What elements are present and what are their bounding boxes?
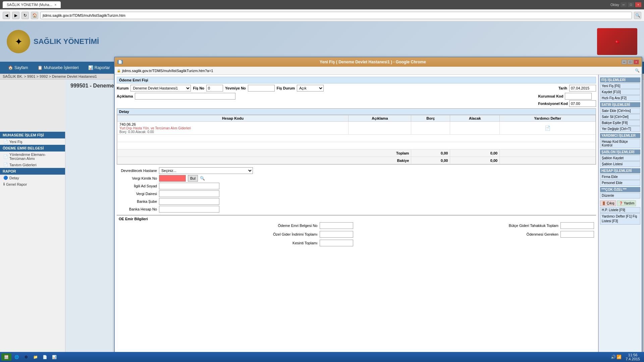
ozel-gider-input[interactable] bbox=[320, 231, 353, 238]
butce-gideri-input[interactable] bbox=[560, 222, 594, 229]
yardim-btn[interactable]: ❓ Yardım bbox=[617, 200, 636, 206]
banka-sube-input[interactable] bbox=[159, 198, 219, 205]
sidebar-yeni-fis[interactable]: 📄 Yeni Fiş bbox=[0, 138, 65, 145]
sidebar-yonlendirme[interactable]: 📄 Yönlendirme Elemanı-Tercüman Alımı bbox=[0, 152, 65, 162]
kurumsal-kod-input[interactable] bbox=[565, 93, 592, 100]
bul-btn[interactable]: Bul bbox=[188, 175, 198, 182]
fis-no-label: Fiş No bbox=[193, 86, 204, 90]
browser-tab[interactable]: SAĞLIK YÖNETİM (Muha... × bbox=[3, 1, 61, 8]
taskbar-settings-icon[interactable]: ⚙ bbox=[22, 353, 30, 361]
popup-maximize-btn[interactable]: □ bbox=[628, 60, 633, 64]
popup-close-btn[interactable]: × bbox=[634, 60, 639, 64]
detail-table: Hesap Kodu Açıklama Borç Alacak Yardımcı… bbox=[117, 115, 596, 164]
cok-ozel-title: ***ÇOK ÖZEL*** bbox=[600, 187, 640, 192]
taskbar-powerpoint-icon[interactable]: 📊 bbox=[50, 353, 58, 361]
taskbar: 🪟 🌐 ⚙ 📁 📄 📊 🔊 📶 11:56 7.4.2015 bbox=[0, 352, 644, 362]
satir-ekle-btn[interactable]: Satır Ekle [Ctrl+Ins] bbox=[600, 108, 640, 114]
network-icon: 📶 bbox=[616, 355, 622, 359]
popup-title-text: Yeni Fiş ( Deneme Devlet Hastanesi1 ) - … bbox=[124, 60, 622, 64]
nav-sayfam[interactable]: 🏠 Sayfam bbox=[3, 63, 33, 72]
yer-degistir-btn[interactable]: Yer Değiştir [Ctrl+T] bbox=[600, 126, 640, 132]
bul-search-icon[interactable]: 🔍 bbox=[200, 176, 205, 181]
taskbar-acrobat-icon[interactable]: 📄 bbox=[41, 353, 49, 361]
logo: ✦ bbox=[7, 30, 30, 53]
popup-title-buttons: ─ □ × bbox=[622, 60, 639, 64]
kesinti-toplami-label: Kesinti Toplamı bbox=[119, 241, 318, 245]
start-button[interactable]: 🪟 bbox=[1, 353, 11, 361]
detay-icon: 🔵 bbox=[3, 176, 8, 180]
hesap-islemleri-title: HESAP İŞLEMLERİ bbox=[600, 168, 640, 173]
odeme-emri-belgesi-input[interactable] bbox=[320, 222, 353, 229]
aciklama-input[interactable] bbox=[135, 93, 235, 100]
browser-close[interactable]: × bbox=[635, 2, 641, 7]
sidebar-genel-rapor[interactable]: ℹ Genel Rapor bbox=[0, 181, 65, 187]
nav-forward[interactable]: ▶ bbox=[12, 12, 19, 19]
yevmiye-no-input[interactable] bbox=[248, 85, 275, 92]
devredilecek-label: Devredilecek Hastane bbox=[117, 169, 157, 173]
account-desc: Yurt Dışı Hasta Yön. ve Tercüman Alım Gi… bbox=[119, 126, 346, 130]
browser-maximize[interactable]: □ bbox=[628, 2, 634, 7]
taskbar-folder-icon[interactable]: 📁 bbox=[32, 353, 40, 361]
genel-rapor-icon: ℹ bbox=[3, 182, 5, 186]
kurum-select[interactable]: Deneme Devlet Hastanesi1 bbox=[130, 85, 191, 92]
hesap-kod-butce-btn[interactable]: Hesap Kod Bütçe Kontrol bbox=[600, 139, 640, 148]
sablon-kaydet-btn[interactable]: Şablon Kaydet bbox=[600, 155, 640, 161]
kesinti-toplami-input[interactable] bbox=[320, 240, 353, 246]
nav-home[interactable]: 🏠 bbox=[31, 12, 38, 19]
yardimci-defter-icon[interactable]: 📄 bbox=[545, 125, 550, 131]
browser-titlebar: SAĞLIK YÖNETİM (Muha... × Oktay ─ □ × bbox=[0, 0, 644, 9]
hizli-fis-ara-btn[interactable]: Hızlı Fiş Ara [F2] bbox=[600, 95, 640, 101]
sablon-listesi-btn[interactable]: Şablon Listesi bbox=[600, 161, 640, 167]
tarih-input[interactable] bbox=[569, 85, 596, 92]
nav-raporlar[interactable]: 📊 Raporlar bbox=[84, 63, 115, 72]
bakiye-esitle-btn[interactable]: Bakiye Eşitle [F8] bbox=[600, 120, 640, 126]
devredilecek-hastane-select[interactable]: Seçiniz... bbox=[159, 167, 253, 174]
taskbar-ie-icon[interactable]: 🌐 bbox=[13, 353, 21, 361]
vergi-dairesi-input[interactable] bbox=[159, 190, 219, 197]
banka-hesap-input[interactable] bbox=[159, 206, 219, 213]
fis-no-input[interactable] bbox=[206, 85, 223, 92]
kaydet-btn[interactable]: Kaydet [F10] bbox=[600, 89, 640, 95]
popup-minimize-btn[interactable]: ─ bbox=[622, 60, 627, 64]
address-bar[interactable] bbox=[40, 12, 632, 19]
nav-reload[interactable]: ↻ bbox=[21, 12, 29, 19]
nav-search[interactable]: 🔍 bbox=[634, 12, 641, 19]
satir-sil-btn[interactable]: Satır Sil [Ctrl+Del] bbox=[600, 114, 640, 120]
bottom-form: Devredilecek Hastane Seçiniz... Vergi Ki… bbox=[117, 166, 596, 215]
hp-listele-btn[interactable]: H.P. Listele [F9] bbox=[600, 207, 640, 213]
sidebar-section-muhasebe: MUHASEBE İŞLEM FİŞİ bbox=[0, 132, 65, 138]
cikis-btn[interactable]: 🚪 Çıkış bbox=[600, 200, 616, 206]
nav-muhasebe[interactable]: 📋 Muhasebe İşlemleri bbox=[33, 63, 84, 72]
vergi-kimlik-label: Vergi Kimlik No bbox=[117, 176, 157, 180]
firma-ekle-btn[interactable]: Firma Ekle bbox=[600, 174, 640, 180]
odenmesi-gereken-input[interactable] bbox=[560, 231, 594, 238]
tab-close-btn[interactable]: × bbox=[54, 3, 56, 7]
raporlar-icon: 📊 bbox=[88, 65, 93, 70]
personel-ekle-btn[interactable]: Personel Ekle bbox=[600, 180, 640, 186]
vergi-kimlik-input[interactable] bbox=[159, 175, 186, 182]
empty-row-1 bbox=[117, 135, 596, 142]
fonksiyonel-kod-input[interactable] bbox=[569, 100, 596, 107]
sidebar-section-odeme: ÖDEME EMRİ BELGESİ bbox=[0, 145, 65, 152]
banka-sube-label: Banka Şube bbox=[117, 199, 157, 203]
right-panel: FİŞ İŞLEMLERİ Yeni Fiş [F6] Kaydet [F10]… bbox=[598, 75, 642, 358]
popup-titlebar: 📄 Yeni Fiş ( Deneme Devlet Hastanesi1 ) … bbox=[115, 57, 642, 67]
yeni-fis-btn[interactable]: Yeni Fiş [F6] bbox=[600, 83, 640, 89]
ilgili-ad-soyad-input[interactable] bbox=[159, 183, 219, 189]
duzenle-btn[interactable]: Düzenle bbox=[600, 193, 640, 198]
oe-title: OE Emir Bilgileri bbox=[119, 217, 594, 221]
yardimci-defter-btn[interactable]: Yardımcı Defter [F1] Fiş Listesi [F3] bbox=[600, 213, 640, 225]
alacak-cell bbox=[450, 122, 500, 135]
bakiye-alacak: 0,00 bbox=[450, 157, 500, 164]
sidebar-detay[interactable]: 🔵 Detay bbox=[0, 175, 65, 181]
popup-search-icon: 🔍 bbox=[635, 68, 640, 73]
nav-back[interactable]: ◀ bbox=[3, 12, 10, 19]
sidebar-tanitim[interactable]: 📄 Tanıtım Giderleri bbox=[0, 162, 65, 168]
popup-address-bar: 🔒 jtdms.saglik.gov.tr/TDMS/muh/listSagli… bbox=[115, 67, 642, 75]
fis-durum-select[interactable]: Açık bbox=[297, 85, 324, 92]
browser-minimize[interactable]: ─ bbox=[621, 2, 627, 7]
borc-cell bbox=[411, 122, 450, 135]
detail-section: Detay Hesap Kodu Açıklama Borç Alacak Ya… bbox=[117, 108, 596, 165]
left-sidebar: MUHASEBE İŞLEM FİŞİ 📄 Yeni Fiş ÖDEME EMR… bbox=[0, 132, 65, 362]
popup-content: Ödeme Emri Fişi Kurum Deneme Devlet Hast… bbox=[115, 75, 642, 358]
